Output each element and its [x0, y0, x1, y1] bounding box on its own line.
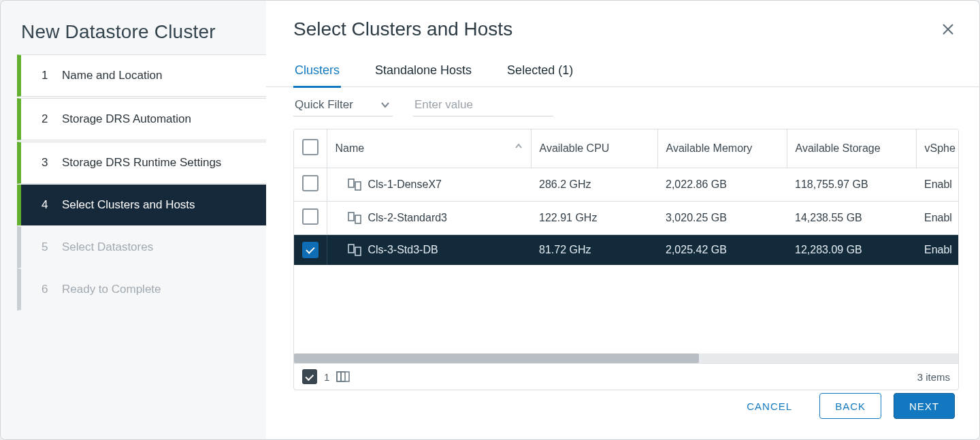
svg-rect-2 — [348, 179, 354, 187]
clusters-table: Name Available CPU Available Memory Avai… — [293, 129, 959, 390]
svg-rect-4 — [348, 213, 354, 221]
cell-vsphere: Enabl — [916, 202, 958, 235]
tab-bar: ClustersStandalone HostsSelected (1) — [266, 40, 979, 87]
close-button[interactable] — [937, 18, 959, 40]
column-header-name[interactable]: Name — [327, 129, 531, 168]
page-title: Select Clusters and Hosts — [293, 18, 512, 40]
column-label: vSphe — [925, 142, 956, 154]
step-label: Storage DRS Automation — [62, 112, 266, 126]
wizard-sidebar: New Datastore Cluster 1Name and Location… — [1, 1, 266, 439]
chevron-down-icon — [380, 100, 390, 110]
step-number: 1 — [42, 69, 54, 82]
step-label: Select Clusters and Hosts — [62, 198, 266, 212]
cancel-button[interactable]: CANCEL — [732, 393, 807, 419]
column-select-all[interactable] — [294, 129, 327, 168]
cluster-name: Cls-1-DenseX7 — [368, 178, 442, 191]
cell-cpu: 122.91 GHz — [531, 202, 657, 235]
cell-memory: 2,022.86 GB — [657, 168, 787, 202]
column-label: Available CPU — [540, 142, 610, 154]
step-number: 5 — [42, 240, 54, 254]
cell-storage: 12,283.09 GB — [787, 235, 916, 266]
table-row[interactable]: Cls-1-DenseX7286.2 GHz2,022.86 GB118,755… — [294, 168, 958, 202]
svg-rect-3 — [355, 182, 361, 190]
cluster-name: Cls-3-Std3-DB — [368, 244, 438, 256]
filter-input[interactable] — [413, 98, 553, 116]
scrollbar-thumb[interactable] — [294, 353, 699, 363]
tab-0[interactable]: Clusters — [293, 63, 341, 88]
wizard-step-1[interactable]: 1Name and Location — [17, 54, 266, 97]
wizard-step-4[interactable]: 4Select Clusters and Hosts — [17, 185, 266, 225]
step-number: 3 — [42, 156, 54, 170]
wizard-step-6: 6Ready to Complete — [17, 268, 266, 311]
next-button[interactable]: NEXT — [894, 393, 955, 419]
svg-rect-6 — [348, 245, 354, 253]
cell-vsphere: Enabl — [916, 168, 958, 202]
column-label: Name — [336, 142, 365, 154]
column-header-cpu[interactable]: Available CPU — [531, 129, 657, 168]
column-label: Available Storage — [796, 142, 881, 154]
content-panel: Select Clusters and Hosts ClustersStanda… — [266, 1, 979, 439]
table-row[interactable]: Cls-3-Std3-DB81.72 GHz2,025.42 GB12,283.… — [294, 235, 958, 266]
back-button[interactable]: BACK — [819, 393, 881, 419]
wizard-step-2[interactable]: 2Storage DRS Automation — [17, 98, 266, 140]
selected-count: 1 — [324, 371, 329, 383]
quick-filter-label: Quick Filter — [295, 98, 353, 112]
tab-1[interactable]: Standalone Hosts — [374, 63, 473, 88]
cluster-icon — [348, 244, 361, 256]
quick-filter-dropdown[interactable]: Quick Filter — [293, 98, 393, 116]
wizard-step-3[interactable]: 3Storage DRS Runtime Settings — [17, 142, 266, 184]
cell-storage: 118,755.97 GB — [787, 168, 916, 202]
svg-rect-10 — [341, 372, 345, 381]
table-row[interactable]: Cls-2-Standard3122.91 GHz3,020.25 GB14,2… — [294, 202, 958, 235]
cell-cpu: 286.2 GHz — [531, 168, 657, 202]
sort-asc-icon — [514, 142, 523, 151]
cell-memory: 3,020.25 GB — [657, 202, 787, 235]
cluster-icon — [348, 212, 361, 224]
step-label: Ready to Complete — [62, 283, 266, 296]
column-header-vsphere[interactable]: vSphe — [916, 129, 958, 168]
cell-cpu: 81.72 GHz — [531, 235, 657, 266]
horizontal-scrollbar[interactable] — [294, 353, 958, 363]
step-number: 4 — [42, 198, 54, 212]
step-number: 6 — [42, 283, 54, 296]
svg-rect-7 — [355, 247, 361, 255]
step-number: 2 — [42, 112, 54, 126]
row-checkbox[interactable] — [302, 175, 318, 191]
close-icon — [942, 23, 954, 35]
step-label: Select Datastores — [62, 240, 266, 254]
cluster-name: Cls-2-Standard3 — [368, 212, 448, 224]
svg-rect-8 — [337, 372, 349, 381]
selected-indicator-icon — [302, 369, 317, 384]
cell-vsphere: Enabl — [916, 235, 958, 266]
step-label: Name and Location — [62, 69, 266, 82]
cell-storage: 14,238.55 GB — [787, 202, 916, 235]
cell-memory: 2,025.42 GB — [657, 235, 787, 266]
column-label: Available Memory — [666, 142, 753, 154]
svg-rect-5 — [355, 215, 361, 223]
row-checkbox[interactable] — [302, 242, 318, 258]
wizard-title: New Datastore Cluster — [1, 21, 266, 55]
step-label: Storage DRS Runtime Settings — [62, 156, 266, 170]
column-header-storage[interactable]: Available Storage — [787, 129, 916, 168]
tab-2[interactable]: Selected (1) — [506, 63, 574, 88]
column-picker-icon[interactable] — [336, 371, 350, 382]
column-header-memory[interactable]: Available Memory — [657, 129, 787, 168]
row-checkbox[interactable] — [302, 208, 318, 225]
svg-rect-9 — [337, 372, 341, 381]
cluster-icon — [348, 178, 361, 191]
wizard-step-5: 5Select Datastores — [17, 226, 266, 268]
items-count: 3 items — [917, 371, 950, 383]
checkbox-select-all[interactable] — [302, 139, 318, 155]
